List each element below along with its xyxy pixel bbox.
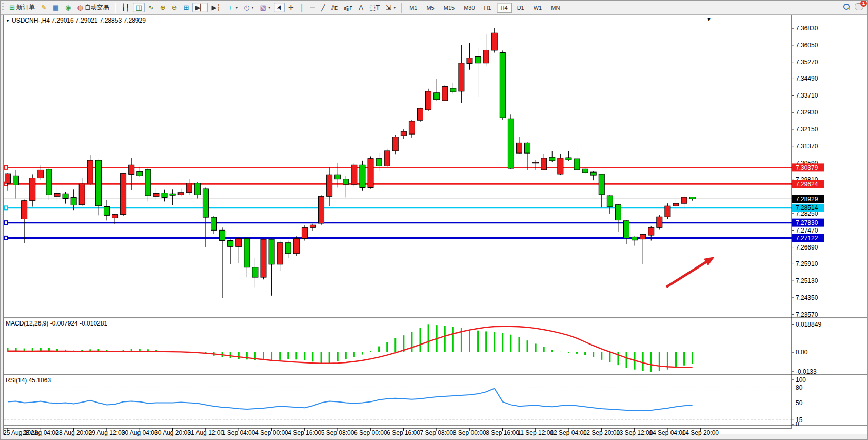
arrows-icon: ⇲ xyxy=(386,4,391,11)
timeframe-button-h4[interactable]: H4 xyxy=(497,3,512,13)
candle-body xyxy=(525,143,530,153)
candle-body xyxy=(30,178,35,201)
chevron-down-icon[interactable]: ▾ xyxy=(393,5,396,10)
fibo-button[interactable]: ⫹ꜰ xyxy=(341,3,355,12)
channel-button[interactable]: ⫽ᴇ xyxy=(329,3,340,12)
candle-body xyxy=(186,183,192,193)
chart-shift-icon: ▶┆ xyxy=(211,4,221,11)
price-label: 7.36050 xyxy=(796,42,818,49)
templates-button[interactable]: ▧▾ xyxy=(258,3,273,12)
periods-button[interactable]: ◷▾ xyxy=(241,3,256,12)
candle-body xyxy=(22,201,27,219)
timeframe-button-m30[interactable]: M30 xyxy=(460,3,479,13)
candle-body xyxy=(310,225,315,227)
hline-anchor[interactable] xyxy=(4,206,8,209)
chart-shift-marker[interactable]: ▼ xyxy=(706,16,712,22)
collapse-icon[interactable]: ▼ xyxy=(6,18,10,23)
indicators-button[interactable]: ＋▾ xyxy=(224,3,240,12)
candle-body xyxy=(153,193,159,196)
candle-body xyxy=(87,160,93,184)
candle-body xyxy=(467,58,472,64)
candle-body xyxy=(228,241,233,247)
vline-button[interactable]: │ xyxy=(298,3,307,12)
candle-body xyxy=(689,197,695,199)
candle-body xyxy=(293,238,299,253)
auto-scroll-button[interactable]: ▶▏ xyxy=(192,3,208,12)
candle-body xyxy=(640,234,646,239)
toolbar-grip[interactable] xyxy=(2,3,4,12)
timeframe-button-m1[interactable]: M1 xyxy=(405,3,421,13)
timeframe-button-m15[interactable]: M15 xyxy=(440,3,459,13)
timeframe-button-d1[interactable]: D1 xyxy=(513,3,528,13)
chevron-down-icon[interactable]: ▾ xyxy=(268,5,270,10)
label-button[interactable]: ⬚T xyxy=(367,3,382,12)
main-toolbar: ⊞新订单✎▦◉◍自动交易 ╽╿◫∿⊕⊖⊞▶▏▶┆＋▾◷▾▧▾➤✛│─╱⫽ᴇ⫹ꜰA… xyxy=(1,1,868,15)
text-button[interactable]: A xyxy=(356,3,366,12)
date-axis[interactable]: 25 Aug 202328 Aug 04:0028 Aug 20:0029 Au… xyxy=(3,428,719,436)
candle-body xyxy=(277,243,283,264)
template-icon: ▧ xyxy=(260,4,266,11)
zoom-out-button[interactable]: ⊖ xyxy=(169,3,180,12)
price-badge-label: 7.27830 xyxy=(796,219,818,226)
price-label: 7.25910 xyxy=(796,260,818,267)
candle-body xyxy=(236,238,242,246)
timeframe-button-w1[interactable]: W1 xyxy=(529,3,546,13)
autotrade-button[interactable]: ◍自动交易 xyxy=(74,2,111,13)
notifications-icon[interactable]: 1 xyxy=(855,3,863,12)
candle-body xyxy=(599,174,604,195)
timeframe-button-h1[interactable]: H1 xyxy=(480,3,496,13)
candle-body xyxy=(170,194,175,195)
hline-anchor[interactable] xyxy=(4,236,8,240)
candle-body xyxy=(319,196,324,223)
price-badge-label: 7.28514 xyxy=(796,204,818,212)
cursor-icon: ➤ xyxy=(275,4,283,11)
chevron-down-icon[interactable]: ▾ xyxy=(252,5,254,10)
candle-body xyxy=(632,237,638,240)
market-watch-button[interactable]: ▦ xyxy=(50,3,62,12)
candle-body xyxy=(178,193,184,195)
candle-body xyxy=(392,137,398,151)
usdcnh-h4-chart[interactable]: 7.368307.360507.352707.344907.337107.329… xyxy=(1,14,868,440)
candle-body xyxy=(409,121,415,134)
trendline-button[interactable]: ╱ xyxy=(319,3,328,12)
bar-chart-button[interactable]: ╽╿ xyxy=(119,3,132,12)
price-badge-label: 7.27122 xyxy=(796,235,818,242)
new-order-button[interactable]: ⊞新订单 xyxy=(7,2,37,13)
arrows-button[interactable]: ⇲▾ xyxy=(383,3,398,12)
candle-body xyxy=(79,184,85,204)
signals-button[interactable]: ◉ xyxy=(63,3,73,12)
crosshair-button[interactable]: ✛ xyxy=(286,3,297,12)
timeframe-button-mn[interactable]: MN xyxy=(547,3,564,13)
chart-window-icon: ▦ xyxy=(53,4,59,11)
date-label: 5 Sep 08:00 xyxy=(321,429,354,436)
candle-body xyxy=(194,183,200,195)
zoom-in-icon: ⊕ xyxy=(160,4,166,11)
candle-body xyxy=(541,158,547,170)
hline-button[interactable]: ─ xyxy=(308,3,318,12)
candle-body xyxy=(13,176,19,185)
candle-body xyxy=(211,217,217,230)
timeframe-button-m5[interactable]: M5 xyxy=(422,3,438,13)
candle-body xyxy=(46,169,52,195)
chart-shift-button[interactable]: ▶┆ xyxy=(209,3,223,12)
hline-anchor[interactable] xyxy=(4,166,8,169)
hline-anchor[interactable] xyxy=(4,221,8,224)
candle-body xyxy=(459,63,464,91)
cursor-button[interactable]: ➤ xyxy=(274,3,285,12)
zoom-in-button[interactable]: ⊕ xyxy=(157,3,168,12)
candle-body xyxy=(351,165,357,184)
candle-body xyxy=(129,165,134,174)
rsi-axis-label: 80 xyxy=(796,384,803,391)
candle-body xyxy=(648,227,654,235)
styler-button[interactable]: ✎ xyxy=(38,3,49,12)
candlestick-button[interactable]: ◫ xyxy=(133,3,144,12)
candle-body xyxy=(302,227,307,238)
candle-body xyxy=(285,243,291,254)
tile-windows-button[interactable]: ⊞ xyxy=(181,3,191,12)
chevron-down-icon[interactable]: ▾ xyxy=(235,5,238,10)
date-label: 30 Aug 20:00 xyxy=(154,429,191,436)
line-chart-icon: ∿ xyxy=(148,4,154,11)
search-icon[interactable] xyxy=(843,4,850,11)
candle-body xyxy=(327,175,332,196)
line-chart-button[interactable]: ∿ xyxy=(146,3,156,12)
